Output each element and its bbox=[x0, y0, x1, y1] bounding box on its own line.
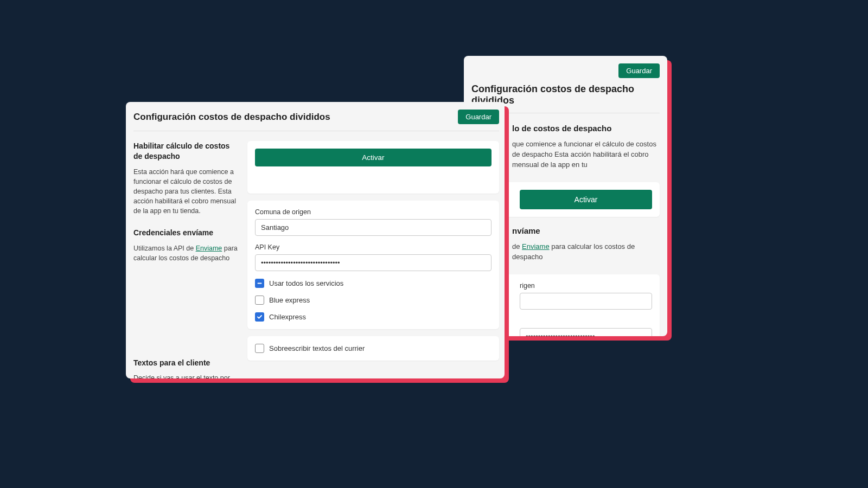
credentials-card: Comuna de origen API Key Usar todos los … bbox=[247, 201, 499, 329]
checkbox-all-services[interactable]: Usar todos los servicios bbox=[255, 279, 492, 288]
comuna-input[interactable] bbox=[255, 219, 492, 236]
apikey-label: API Key bbox=[255, 243, 492, 251]
credentials-section-title: Credenciales envíame bbox=[133, 228, 238, 238]
activate-card: Activar bbox=[247, 141, 499, 194]
svg-rect-0 bbox=[258, 283, 262, 284]
clienttext-section-title: Textos para el cliente bbox=[133, 358, 238, 368]
save-button[interactable]: Guardar bbox=[618, 63, 660, 78]
activate-button[interactable]: Activar bbox=[255, 149, 492, 166]
enviame-link[interactable]: Enviame bbox=[196, 245, 222, 252]
checkbox-blue-express[interactable]: Blue express bbox=[255, 296, 492, 305]
checkbox-icon bbox=[255, 296, 264, 305]
comuna-input[interactable] bbox=[520, 293, 652, 310]
checkbox-icon bbox=[255, 344, 264, 353]
main-column: Activar Comuna de origen API Key Usar to… bbox=[247, 141, 499, 378]
check-icon bbox=[255, 312, 264, 322]
header: Configuración costos de despacho dividid… bbox=[133, 110, 499, 131]
apikey-label bbox=[479, 317, 652, 325]
comuna-label: rigen bbox=[479, 282, 652, 290]
save-button[interactable]: Guardar bbox=[458, 110, 499, 124]
enable-section-desc: Esta acción hará que comience a funciona… bbox=[133, 167, 238, 216]
checkbox-override-text[interactable]: Sobreescribir textos del currier bbox=[255, 344, 492, 353]
checkbox-chilexpress[interactable]: Chilexpress bbox=[255, 312, 492, 322]
credentials-section-desc: Utilizamos la API de Enviame para calcul… bbox=[133, 243, 238, 263]
enviame-link[interactable]: Enviame bbox=[522, 242, 550, 251]
apikey-input[interactable] bbox=[255, 254, 492, 271]
enable-section-title: Habilitar cálculo de costos de despacho bbox=[133, 141, 238, 162]
activate-button[interactable]: Activar bbox=[520, 190, 652, 209]
minus-icon bbox=[255, 279, 264, 288]
clienttext-card: Sobreescribir textos del currier bbox=[247, 336, 499, 361]
side-column: Habilitar cálculo de costos de despacho … bbox=[133, 141, 238, 378]
apikey-input[interactable] bbox=[520, 328, 652, 336]
config-panel-front: Configuración costos de despacho dividid… bbox=[126, 102, 505, 378]
page-title: Configuración costos de despacho dividid… bbox=[133, 112, 330, 123]
comuna-label: Comuna de origen bbox=[255, 208, 492, 216]
clienttext-section-desc: Decide si vas a usar el texto por defect… bbox=[133, 373, 238, 378]
